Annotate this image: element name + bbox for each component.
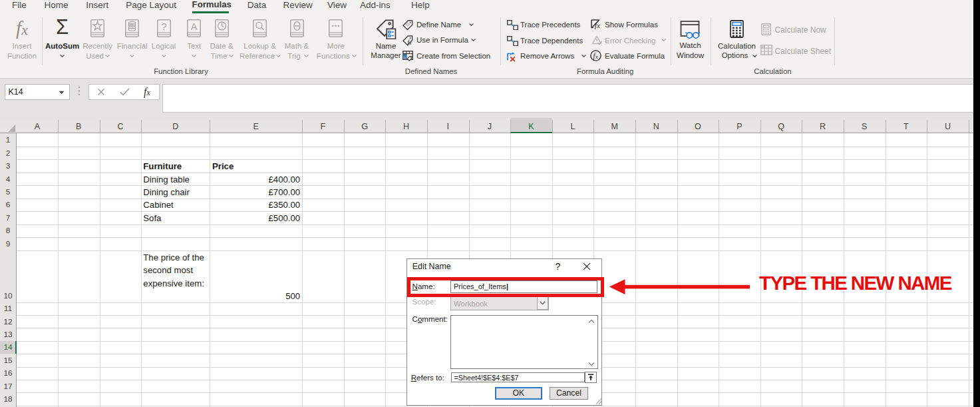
svg-text:fx: fx	[593, 51, 597, 61]
svg-text:fx: fx	[594, 20, 600, 29]
svg-text:fx: fx	[407, 39, 412, 46]
svg-text:?: ?	[161, 21, 166, 32]
svg-text:A: A	[191, 21, 198, 32]
